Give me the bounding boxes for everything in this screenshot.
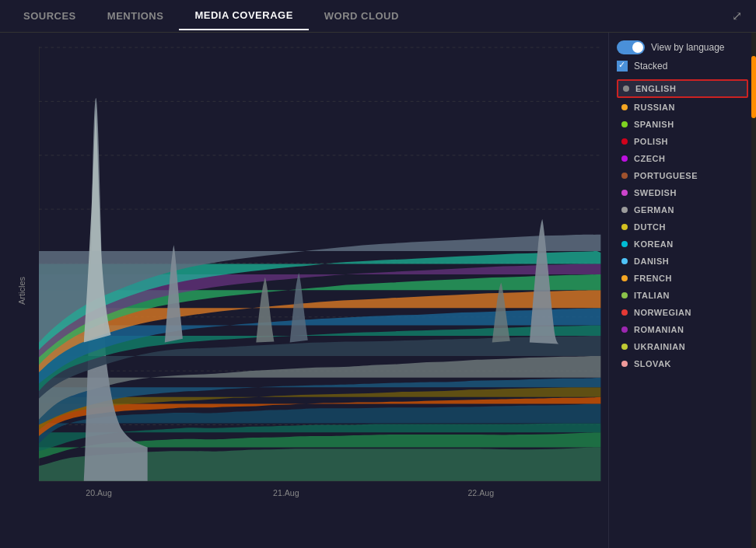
scrollbar-track <box>751 33 756 548</box>
lang-label-swedish: SWEDISH <box>634 188 677 197</box>
lang-label-french: FRENCH <box>634 274 672 283</box>
stacked-checkbox[interactable] <box>617 61 628 72</box>
lang-label-italian: ITALIAN <box>634 291 670 300</box>
lang-item-danish[interactable]: DANISH <box>617 253 748 269</box>
lang-item-norwegian[interactable]: NORWEGIAN <box>617 305 748 320</box>
lang-label-german: GERMAN <box>634 205 674 215</box>
scrollbar-thumb[interactable] <box>751 56 756 118</box>
lang-dot-spanish <box>621 121 628 127</box>
svg-text:21.Aug: 21.Aug <box>273 488 299 497</box>
lang-item-russian[interactable]: RUSSIAN <box>617 99 748 115</box>
right-panel: View by language Stacked ENGLISH RUSSIAN… <box>608 33 756 548</box>
lang-label-norwegian: NORWEGIAN <box>634 308 691 317</box>
stacked-label: Stacked <box>634 61 667 72</box>
lang-label-dutch: DUTCH <box>634 222 666 232</box>
stacked-row: Stacked <box>617 61 748 72</box>
lang-label-polish: POLISH <box>634 137 668 146</box>
lang-item-ukrainian[interactable]: UKRAINIAN <box>617 339 748 354</box>
lang-item-portuguese[interactable]: PORTUGUESE <box>617 168 748 183</box>
chart-container: 80 70 60 50 40 30 20 10 0 20.Aug <box>39 40 608 525</box>
lang-dot-romanian <box>621 326 628 333</box>
lang-dot-russian <box>621 104 628 110</box>
lang-label-korean: KOREAN <box>634 239 674 249</box>
lang-dot-ukrainian <box>621 344 628 350</box>
lang-item-korean[interactable]: KOREAN <box>617 236 748 252</box>
lang-label-spanish: SPANISH <box>634 120 674 129</box>
lang-item-spanish[interactable]: SPANISH <box>617 117 748 132</box>
lang-dot-french <box>621 275 628 281</box>
expand-icon[interactable]: ⤢ <box>726 2 748 30</box>
tab-word-cloud[interactable]: WORD CLOUD <box>309 2 415 30</box>
chart-svg: 80 70 60 50 40 30 20 10 0 20.Aug <box>39 40 608 525</box>
lang-item-swedish[interactable]: SWEDISH <box>617 185 748 201</box>
lang-item-french[interactable]: FRENCH <box>617 271 748 286</box>
lang-item-italian[interactable]: ITALIAN <box>617 288 748 303</box>
lang-dot-italian <box>621 292 628 298</box>
lang-item-german[interactable]: GERMAN <box>617 202 748 218</box>
lang-label-ukrainian: UKRAINIAN <box>634 342 685 351</box>
svg-text:22.Aug: 22.Aug <box>467 488 494 497</box>
lang-dot-danish <box>621 258 628 264</box>
lang-dot-czech <box>621 155 628 162</box>
tab-media-coverage[interactable]: MEDIA COVERAGE <box>179 2 308 30</box>
lang-label-english: ENGLISH <box>635 84 676 93</box>
lang-dot-english <box>623 86 629 92</box>
lang-dot-german <box>621 207 628 213</box>
lang-item-romanian[interactable]: ROMANIAN <box>617 322 748 337</box>
svg-text:20.Aug: 20.Aug <box>86 488 112 497</box>
view-by-language-toggle[interactable] <box>617 40 645 54</box>
lang-dot-norwegian <box>621 309 628 316</box>
lang-dot-dutch <box>621 224 628 230</box>
lang-label-czech: CZECH <box>634 154 665 163</box>
lang-dot-swedish <box>621 190 628 196</box>
tab-sources[interactable]: SOURCES <box>8 2 92 30</box>
lang-label-romanian: ROMANIAN <box>634 325 684 334</box>
language-list: ENGLISH RUSSIAN SPANISH POLISH CZECH POR… <box>617 79 748 372</box>
tab-bar: SOURCES MENTIONS MEDIA COVERAGE WORD CLO… <box>0 0 756 33</box>
lang-item-slovak[interactable]: SLOVAK <box>617 356 748 372</box>
lang-label-danish: DANISH <box>634 257 669 266</box>
y-axis-label: Articles <box>17 276 26 304</box>
lang-item-dutch[interactable]: DUTCH <box>617 219 748 235</box>
lang-dot-portuguese <box>621 173 628 179</box>
lang-dot-korean <box>621 241 628 247</box>
chart-area: Articles 80 70 60 50 40 30 20 <box>0 33 608 548</box>
main-content: Articles 80 70 60 50 40 30 20 <box>0 33 756 548</box>
lang-label-slovak: SLOVAK <box>634 359 671 368</box>
lang-item-czech[interactable]: CZECH <box>617 151 748 166</box>
view-by-language-label: View by language <box>651 42 725 53</box>
lang-dot-slovak <box>621 361 628 367</box>
lang-label-portuguese: PORTUGUESE <box>634 171 698 180</box>
lang-dot-polish <box>621 138 628 145</box>
lang-item-english[interactable]: ENGLISH <box>617 79 748 98</box>
view-by-language-row: View by language <box>617 40 748 54</box>
tab-mentions[interactable]: MENTIONS <box>92 2 180 30</box>
lang-label-russian: RUSSIAN <box>634 103 675 112</box>
lang-item-polish[interactable]: POLISH <box>617 134 748 149</box>
